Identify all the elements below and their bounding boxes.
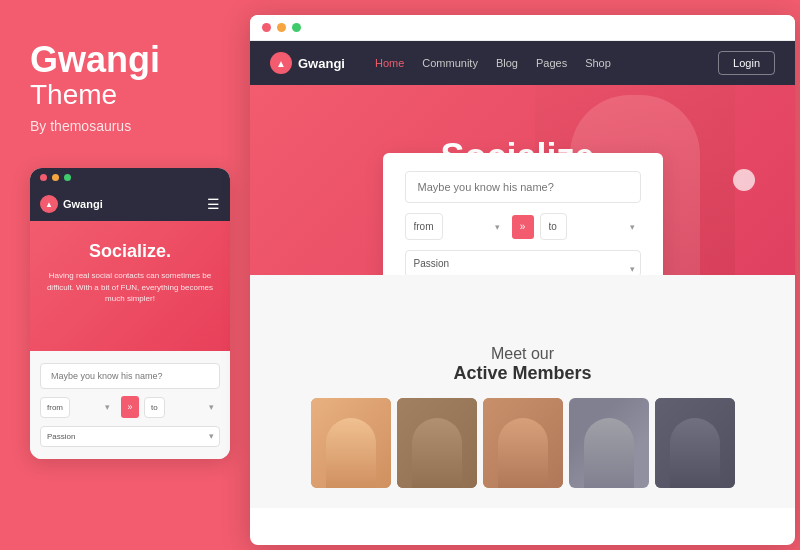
desktop-navbar: ▲ Gwangi Home Community Blog Pages Shop … [250, 41, 795, 85]
desktop-logo-text: Gwangi [298, 56, 345, 71]
left-panel: Gwangi Theme By themosaurus ▲ Gwangi ☰ S… [0, 0, 250, 550]
members-avatars [270, 398, 775, 488]
mobile-mockup: ▲ Gwangi ☰ Socialize. Having real social… [30, 168, 230, 459]
desktop-logo-icon: ▲ [270, 52, 292, 74]
member-avatar-1 [311, 398, 391, 488]
mobile-from-select[interactable]: from [40, 397, 70, 418]
desktop-passion-wrapper: Passion [405, 250, 641, 275]
desktop-hero: Socialize. Having real social contacts c… [250, 85, 795, 275]
desktop-members-section: Meet our Active Members [250, 275, 795, 508]
members-headline: Meet our Active Members [270, 345, 775, 384]
mobile-dot-yellow [52, 174, 59, 181]
mobile-hero: Socialize. Having real social contacts c… [30, 221, 230, 351]
nav-pages[interactable]: Pages [536, 57, 567, 69]
nav-home[interactable]: Home [375, 57, 404, 69]
nav-community[interactable]: Community [422, 57, 478, 69]
brand-by: By themosaurus [30, 118, 220, 134]
desktop-dot-red [262, 23, 271, 32]
mobile-hero-text: Having real social contacts can sometime… [40, 270, 220, 304]
mobile-passion-select[interactable]: Passion [40, 426, 220, 447]
desktop-nav-logo: ▲ Gwangi [270, 52, 345, 74]
desktop-preview: ▲ Gwangi Home Community Blog Pages Shop … [250, 15, 795, 545]
mobile-titlebar [30, 168, 230, 187]
desktop-from-select[interactable]: from [405, 213, 443, 240]
mobile-dropdowns-row: from » to [40, 396, 220, 418]
mobile-to-select[interactable]: to [144, 397, 165, 418]
mobile-logo: ▲ Gwangi [40, 195, 103, 213]
mobile-hero-title: Socialize. [40, 241, 220, 262]
desktop-titlebar [250, 15, 795, 41]
mobile-logo-icon: ▲ [40, 195, 58, 213]
member-avatar-3 [483, 398, 563, 488]
hamburger-icon[interactable]: ☰ [207, 196, 220, 212]
desktop-to-select[interactable]: to [540, 213, 567, 240]
mobile-logo-text: Gwangi [63, 198, 103, 210]
brand-subtitle: Theme [30, 80, 220, 111]
member-avatar-5 [655, 398, 735, 488]
desktop-arrow-divider: » [512, 215, 534, 239]
desktop-nav-links: Home Community Blog Pages Shop [375, 57, 718, 69]
member-avatar-2 [397, 398, 477, 488]
desktop-dot-green [292, 23, 301, 32]
desktop-search-card: from » to Passion SUBMIT [383, 153, 663, 275]
mobile-search-input[interactable] [40, 363, 220, 389]
desktop-name-search[interactable] [405, 171, 641, 203]
nav-blog[interactable]: Blog [496, 57, 518, 69]
members-subheadline: Active Members [270, 363, 775, 384]
mobile-search-section: from » to Passion [30, 351, 230, 459]
mobile-dot-green [64, 174, 71, 181]
nav-shop[interactable]: Shop [585, 57, 611, 69]
desktop-dropdowns-row: from » to [405, 213, 641, 240]
mobile-dot-red [40, 174, 47, 181]
brand-title: Gwangi [30, 40, 220, 80]
mobile-passion-row: Passion [40, 425, 220, 447]
mobile-navbar: ▲ Gwangi ☰ [30, 187, 230, 221]
mobile-arrow-btn[interactable]: » [121, 396, 139, 418]
desktop-dot-yellow [277, 23, 286, 32]
hero-dot [733, 169, 755, 191]
login-button[interactable]: Login [718, 51, 775, 75]
desktop-passion-select[interactable]: Passion [405, 250, 641, 275]
member-avatar-4 [569, 398, 649, 488]
